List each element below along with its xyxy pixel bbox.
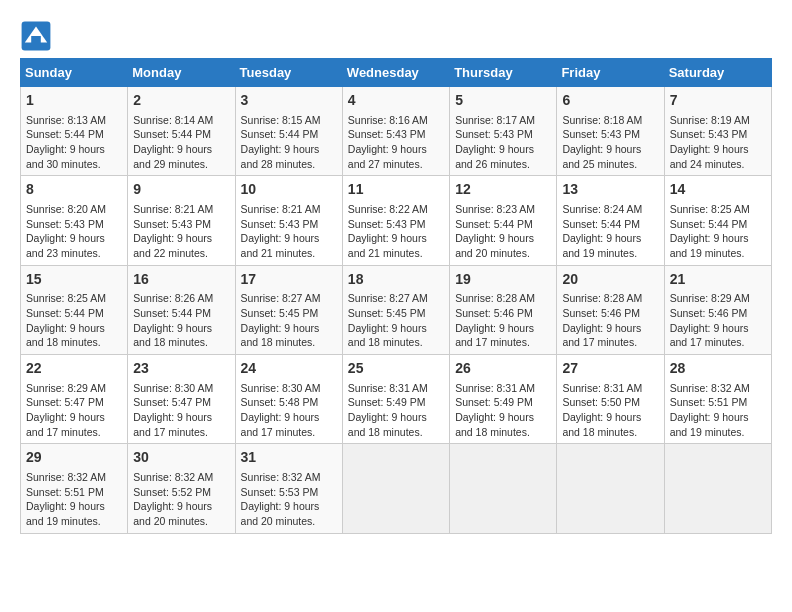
day-number: 24 (241, 359, 337, 379)
day-cell: 18Sunrise: 8:27 AM Sunset: 5:45 PM Dayli… (342, 265, 449, 354)
day-number: 12 (455, 180, 551, 200)
day-cell: 30Sunrise: 8:32 AM Sunset: 5:52 PM Dayli… (128, 444, 235, 533)
day-number: 2 (133, 91, 229, 111)
day-cell: 7Sunrise: 8:19 AM Sunset: 5:43 PM Daylig… (664, 87, 771, 176)
day-cell (450, 444, 557, 533)
day-cell: 1Sunrise: 8:13 AM Sunset: 5:44 PM Daylig… (21, 87, 128, 176)
day-number: 27 (562, 359, 658, 379)
day-cell: 26Sunrise: 8:31 AM Sunset: 5:49 PM Dayli… (450, 355, 557, 444)
day-info: Sunrise: 8:31 AM Sunset: 5:50 PM Dayligh… (562, 381, 658, 440)
day-info: Sunrise: 8:30 AM Sunset: 5:48 PM Dayligh… (241, 381, 337, 440)
day-cell: 9Sunrise: 8:21 AM Sunset: 5:43 PM Daylig… (128, 176, 235, 265)
day-cell: 3Sunrise: 8:15 AM Sunset: 5:44 PM Daylig… (235, 87, 342, 176)
day-info: Sunrise: 8:26 AM Sunset: 5:44 PM Dayligh… (133, 291, 229, 350)
day-number: 26 (455, 359, 551, 379)
day-number: 23 (133, 359, 229, 379)
week-row-1: 1Sunrise: 8:13 AM Sunset: 5:44 PM Daylig… (21, 87, 772, 176)
week-row-5: 29Sunrise: 8:32 AM Sunset: 5:51 PM Dayli… (21, 444, 772, 533)
day-info: Sunrise: 8:21 AM Sunset: 5:43 PM Dayligh… (133, 202, 229, 261)
header-day-tuesday: Tuesday (235, 59, 342, 87)
day-info: Sunrise: 8:31 AM Sunset: 5:49 PM Dayligh… (348, 381, 444, 440)
day-info: Sunrise: 8:21 AM Sunset: 5:43 PM Dayligh… (241, 202, 337, 261)
day-cell: 16Sunrise: 8:26 AM Sunset: 5:44 PM Dayli… (128, 265, 235, 354)
day-info: Sunrise: 8:30 AM Sunset: 5:47 PM Dayligh… (133, 381, 229, 440)
day-number: 30 (133, 448, 229, 468)
day-cell: 25Sunrise: 8:31 AM Sunset: 5:49 PM Dayli… (342, 355, 449, 444)
day-cell: 27Sunrise: 8:31 AM Sunset: 5:50 PM Dayli… (557, 355, 664, 444)
day-cell (557, 444, 664, 533)
day-cell: 23Sunrise: 8:30 AM Sunset: 5:47 PM Dayli… (128, 355, 235, 444)
day-number: 18 (348, 270, 444, 290)
day-number: 22 (26, 359, 122, 379)
day-number: 10 (241, 180, 337, 200)
day-number: 21 (670, 270, 766, 290)
day-number: 20 (562, 270, 658, 290)
day-info: Sunrise: 8:32 AM Sunset: 5:53 PM Dayligh… (241, 470, 337, 529)
header-day-friday: Friday (557, 59, 664, 87)
day-cell: 17Sunrise: 8:27 AM Sunset: 5:45 PM Dayli… (235, 265, 342, 354)
header-day-monday: Monday (128, 59, 235, 87)
week-row-2: 8Sunrise: 8:20 AM Sunset: 5:43 PM Daylig… (21, 176, 772, 265)
header-day-saturday: Saturday (664, 59, 771, 87)
day-number: 17 (241, 270, 337, 290)
svg-rect-2 (31, 36, 41, 44)
day-info: Sunrise: 8:25 AM Sunset: 5:44 PM Dayligh… (26, 291, 122, 350)
day-cell: 12Sunrise: 8:23 AM Sunset: 5:44 PM Dayli… (450, 176, 557, 265)
day-cell: 11Sunrise: 8:22 AM Sunset: 5:43 PM Dayli… (342, 176, 449, 265)
day-cell: 8Sunrise: 8:20 AM Sunset: 5:43 PM Daylig… (21, 176, 128, 265)
day-cell: 29Sunrise: 8:32 AM Sunset: 5:51 PM Dayli… (21, 444, 128, 533)
day-number: 28 (670, 359, 766, 379)
day-cell: 14Sunrise: 8:25 AM Sunset: 5:44 PM Dayli… (664, 176, 771, 265)
day-number: 11 (348, 180, 444, 200)
day-cell (664, 444, 771, 533)
week-row-4: 22Sunrise: 8:29 AM Sunset: 5:47 PM Dayli… (21, 355, 772, 444)
day-info: Sunrise: 8:29 AM Sunset: 5:47 PM Dayligh… (26, 381, 122, 440)
day-info: Sunrise: 8:25 AM Sunset: 5:44 PM Dayligh… (670, 202, 766, 261)
day-cell: 13Sunrise: 8:24 AM Sunset: 5:44 PM Dayli… (557, 176, 664, 265)
day-number: 9 (133, 180, 229, 200)
day-info: Sunrise: 8:29 AM Sunset: 5:46 PM Dayligh… (670, 291, 766, 350)
day-info: Sunrise: 8:16 AM Sunset: 5:43 PM Dayligh… (348, 113, 444, 172)
header-day-thursday: Thursday (450, 59, 557, 87)
day-info: Sunrise: 8:31 AM Sunset: 5:49 PM Dayligh… (455, 381, 551, 440)
day-cell: 6Sunrise: 8:18 AM Sunset: 5:43 PM Daylig… (557, 87, 664, 176)
day-cell: 15Sunrise: 8:25 AM Sunset: 5:44 PM Dayli… (21, 265, 128, 354)
header-row: SundayMondayTuesdayWednesdayThursdayFrid… (21, 59, 772, 87)
day-cell (342, 444, 449, 533)
day-info: Sunrise: 8:13 AM Sunset: 5:44 PM Dayligh… (26, 113, 122, 172)
day-info: Sunrise: 8:15 AM Sunset: 5:44 PM Dayligh… (241, 113, 337, 172)
day-number: 16 (133, 270, 229, 290)
day-number: 5 (455, 91, 551, 111)
page-header (20, 20, 772, 52)
day-number: 14 (670, 180, 766, 200)
header-day-wednesday: Wednesday (342, 59, 449, 87)
day-cell: 2Sunrise: 8:14 AM Sunset: 5:44 PM Daylig… (128, 87, 235, 176)
day-cell: 10Sunrise: 8:21 AM Sunset: 5:43 PM Dayli… (235, 176, 342, 265)
logo-icon (20, 20, 52, 52)
day-number: 6 (562, 91, 658, 111)
day-cell: 4Sunrise: 8:16 AM Sunset: 5:43 PM Daylig… (342, 87, 449, 176)
day-number: 25 (348, 359, 444, 379)
day-cell: 31Sunrise: 8:32 AM Sunset: 5:53 PM Dayli… (235, 444, 342, 533)
day-info: Sunrise: 8:24 AM Sunset: 5:44 PM Dayligh… (562, 202, 658, 261)
day-cell: 5Sunrise: 8:17 AM Sunset: 5:43 PM Daylig… (450, 87, 557, 176)
day-info: Sunrise: 8:27 AM Sunset: 5:45 PM Dayligh… (348, 291, 444, 350)
day-number: 15 (26, 270, 122, 290)
day-cell: 19Sunrise: 8:28 AM Sunset: 5:46 PM Dayli… (450, 265, 557, 354)
day-cell: 24Sunrise: 8:30 AM Sunset: 5:48 PM Dayli… (235, 355, 342, 444)
day-info: Sunrise: 8:27 AM Sunset: 5:45 PM Dayligh… (241, 291, 337, 350)
day-info: Sunrise: 8:17 AM Sunset: 5:43 PM Dayligh… (455, 113, 551, 172)
day-info: Sunrise: 8:32 AM Sunset: 5:51 PM Dayligh… (670, 381, 766, 440)
day-info: Sunrise: 8:28 AM Sunset: 5:46 PM Dayligh… (455, 291, 551, 350)
day-number: 31 (241, 448, 337, 468)
day-cell: 20Sunrise: 8:28 AM Sunset: 5:46 PM Dayli… (557, 265, 664, 354)
day-number: 13 (562, 180, 658, 200)
calendar-table: SundayMondayTuesdayWednesdayThursdayFrid… (20, 58, 772, 534)
week-row-3: 15Sunrise: 8:25 AM Sunset: 5:44 PM Dayli… (21, 265, 772, 354)
day-cell: 21Sunrise: 8:29 AM Sunset: 5:46 PM Dayli… (664, 265, 771, 354)
day-number: 8 (26, 180, 122, 200)
day-info: Sunrise: 8:23 AM Sunset: 5:44 PM Dayligh… (455, 202, 551, 261)
day-info: Sunrise: 8:18 AM Sunset: 5:43 PM Dayligh… (562, 113, 658, 172)
day-number: 4 (348, 91, 444, 111)
day-cell: 28Sunrise: 8:32 AM Sunset: 5:51 PM Dayli… (664, 355, 771, 444)
